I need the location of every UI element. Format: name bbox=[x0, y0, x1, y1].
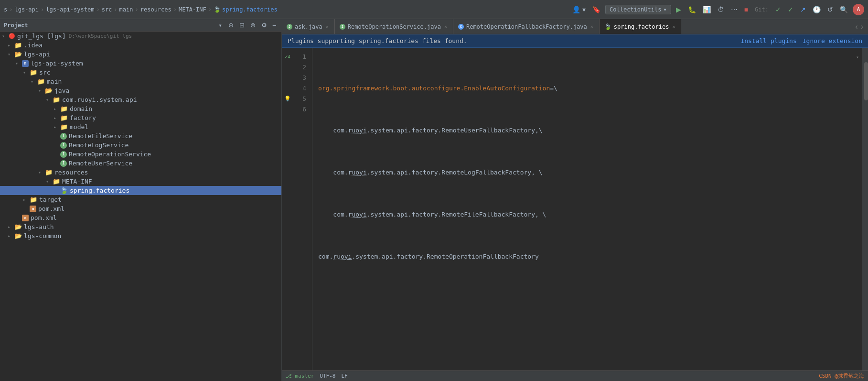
tab-close-ask[interactable]: ✕ bbox=[325, 23, 330, 30]
tab-close-remote-op-fallback[interactable]: ✕ bbox=[589, 23, 594, 30]
debug-button[interactable]: 🐛 bbox=[686, 5, 698, 14]
breadcrumb-s[interactable]: s bbox=[4, 6, 7, 13]
more-run-button[interactable]: ⋯ bbox=[729, 5, 739, 14]
sidebar-item-label-meta-inf: META-INF bbox=[62, 178, 92, 185]
code-line-5: com.ruoyi.system.api.factory.RemoteOpera… bbox=[318, 251, 847, 262]
sidebar-dropdown-arrow: ▾ bbox=[219, 22, 222, 29]
breadcrumb-lgs-api-system[interactable]: lgs-api-system bbox=[46, 6, 94, 13]
sidebar-collapse-all-icon[interactable]: ⊟ bbox=[238, 21, 246, 29]
tree-arrow-java bbox=[38, 88, 45, 93]
breadcrumb-src[interactable]: src bbox=[102, 6, 112, 13]
fold-marker-1[interactable]: ▾ bbox=[853, 52, 862, 62]
sidebar-item-RemoteLogService[interactable]: I RemoteLogService bbox=[0, 141, 281, 150]
undo-button[interactable]: ↺ bbox=[825, 5, 835, 14]
sidebar-item-lgs-api[interactable]: 📂 lgs-api bbox=[0, 50, 281, 59]
tab-remote-op-fallback[interactable]: C RemoteOperationFallbackFactory.java ✕ bbox=[453, 19, 600, 34]
sidebar-item-label-com-ruoyi: com.ruoyi.system.api bbox=[62, 96, 137, 103]
breadcrumb-main[interactable]: main bbox=[119, 6, 133, 13]
sidebar-item-label-target: target bbox=[39, 196, 62, 203]
gutter-count-1: 4 bbox=[288, 52, 290, 62]
sidebar-item-meta-inf[interactable]: 📁 META-INF bbox=[0, 177, 281, 186]
sidebar-item-RemoteOperationService[interactable]: I RemoteOperationService bbox=[0, 150, 281, 159]
coverage-button[interactable]: 📊 bbox=[701, 5, 713, 14]
breadcrumb-lgs-api[interactable]: lgs-api bbox=[14, 6, 39, 13]
sidebar-item-factory[interactable]: 📁 factory bbox=[0, 113, 281, 122]
folder-blue-icon-lgs-common: 📂 bbox=[14, 232, 22, 239]
tab-nav-right[interactable]: › bbox=[860, 22, 864, 32]
java-icon-tab-ask: J bbox=[287, 24, 292, 30]
breadcrumb-spring-factories[interactable]: 🍃 spring.factories bbox=[214, 6, 278, 13]
tab-ask-java[interactable]: J ask.java ✕ bbox=[282, 19, 335, 34]
java-icon-RemoteLogService: I bbox=[60, 142, 67, 149]
install-plugins-link[interactable]: Install plugins bbox=[740, 37, 796, 44]
sidebar-item-pom-xml-2[interactable]: m pom.xml bbox=[0, 213, 281, 222]
sidebar-item-RemoteUserService[interactable]: I RemoteUserService bbox=[0, 159, 281, 168]
search-button[interactable]: 🔍 bbox=[838, 5, 850, 14]
status-encoding: UTF-8 bbox=[320, 373, 335, 379]
java-icon-RemoteFileService: I bbox=[60, 133, 67, 140]
sidebar-item-java[interactable]: 📂 java bbox=[0, 86, 281, 95]
status-bar: ⎇ master UTF-8 LF CSDN @抹香鲸之海 bbox=[282, 370, 868, 381]
collection-utils-dropdown[interactable]: CollectionUtils ▾ bbox=[605, 5, 671, 14]
run-button[interactable]: ▶ bbox=[674, 5, 683, 14]
sidebar-item-spring-factories[interactable]: 🍃 spring.factories bbox=[0, 186, 281, 195]
tree-arrow-lgs-api-system bbox=[15, 61, 22, 66]
git-log-button[interactable]: 🕐 bbox=[811, 5, 823, 14]
editor-gutter: ✓ 4 💡 bbox=[282, 48, 293, 370]
code-key-1: org.springframework.boot.autoconfigure.E… bbox=[318, 83, 550, 94]
sidebar-item-RemoteFileService[interactable]: I RemoteFileService bbox=[0, 131, 281, 141]
tree-arrow-target bbox=[23, 197, 30, 202]
sidebar-hide-icon[interactable]: ⊜ bbox=[249, 21, 257, 29]
sidebar-item-lgs-auth[interactable]: 📂 lgs-auth bbox=[0, 222, 281, 231]
editor-scroll-thumb[interactable] bbox=[864, 62, 868, 100]
editor-area: J ask.java ✕ I RemoteOperationService.ja… bbox=[282, 19, 868, 381]
git-push-button[interactable]: ✓ bbox=[786, 5, 795, 14]
code-line-4: com.ruoyi.system.api.factory.RemoteFileF… bbox=[318, 209, 847, 220]
user-button[interactable]: 👤 ▾ bbox=[570, 5, 588, 14]
status-branch: ⎇ master bbox=[286, 373, 314, 379]
profiler-button[interactable]: ⏱ bbox=[716, 5, 726, 14]
git-branch-button[interactable]: ↗ bbox=[798, 5, 808, 14]
git-update-button[interactable]: ✓ bbox=[773, 5, 783, 14]
sidebar-item-lgs-api-system[interactable]: m lgs-api-system bbox=[0, 59, 281, 68]
ignore-extension-link[interactable]: Ignore extension bbox=[803, 37, 862, 44]
sidebar-item-model[interactable]: 📁 model bbox=[0, 122, 281, 131]
tab-close-spring-factories[interactable]: ✕ bbox=[671, 23, 676, 30]
sidebar-item-git-lgs[interactable]: 🔴 git_lgs [lgs] D:\workSpace\git_lgs bbox=[0, 32, 281, 41]
code-line-2: com.ruoyi.system.api.factory.RemoteUserF… bbox=[318, 125, 847, 136]
breadcrumb-meta-inf[interactable]: META-INF bbox=[179, 6, 206, 13]
tree-arrow-src bbox=[23, 70, 30, 75]
code-content[interactable]: org.springframework.boot.autoconfigure.E… bbox=[312, 48, 853, 370]
sidebar-item-src[interactable]: 📁 src bbox=[0, 68, 281, 77]
tab-nav-left[interactable]: ‹ bbox=[854, 22, 858, 32]
sidebar-item-com-ruoyi[interactable]: 📁 com.ruoyi.system.api bbox=[0, 95, 281, 104]
sidebar-item-lgs-common[interactable]: 📂 lgs-common bbox=[0, 231, 281, 240]
tab-close-remote-op-service[interactable]: ✕ bbox=[443, 23, 448, 30]
line-num-1: 1 bbox=[297, 52, 306, 62]
sidebar-item-domain[interactable]: 📁 domain bbox=[0, 104, 281, 113]
java-icon-RemoteUserService: I bbox=[60, 160, 67, 167]
sidebar-header: Project ▾ ⊕ ⊟ ⊜ ⚙ – bbox=[0, 19, 281, 32]
sidebar-item-main[interactable]: 📁 main bbox=[0, 77, 281, 86]
sidebar-target-icon[interactable]: ⊕ bbox=[227, 21, 235, 29]
line-numbers: 1 2 3 4 5 6 bbox=[293, 48, 312, 370]
sidebar-close-icon[interactable]: – bbox=[271, 21, 278, 29]
avatar[interactable]: A bbox=[853, 4, 864, 15]
java-icon-tab-remote-fallback: C bbox=[458, 24, 464, 30]
git-label: Git: bbox=[753, 6, 771, 13]
sidebar-item-label-lgs-auth: lgs-auth bbox=[24, 223, 54, 230]
sidebar-item-label-RemoteFileService: RemoteFileService bbox=[69, 132, 132, 140]
bookmark-button[interactable]: 🔖 bbox=[590, 5, 602, 14]
tab-spring-factories[interactable]: 🍃 spring.factories ✕ bbox=[600, 19, 682, 34]
stop-button[interactable]: ■ bbox=[742, 5, 750, 14]
sidebar-item-pom-xml-1[interactable]: m pom.xml bbox=[0, 204, 281, 213]
spring-icon-tab: 🍃 bbox=[604, 23, 611, 30]
tab-remote-op-service[interactable]: I RemoteOperationService.java ✕ bbox=[335, 19, 453, 34]
breadcrumb-resources[interactable]: resources bbox=[140, 6, 171, 13]
sidebar-settings-icon[interactable]: ⚙ bbox=[260, 21, 268, 29]
sidebar-item-resources[interactable]: 📁 resources bbox=[0, 168, 281, 177]
sidebar-item-label-pom-xml-2: pom.xml bbox=[31, 214, 57, 221]
sidebar-item-target[interactable]: 📁 target bbox=[0, 195, 281, 204]
sidebar-item-idea[interactable]: 📁 .idea bbox=[0, 41, 281, 50]
editor-scroll-track[interactable] bbox=[862, 48, 868, 370]
